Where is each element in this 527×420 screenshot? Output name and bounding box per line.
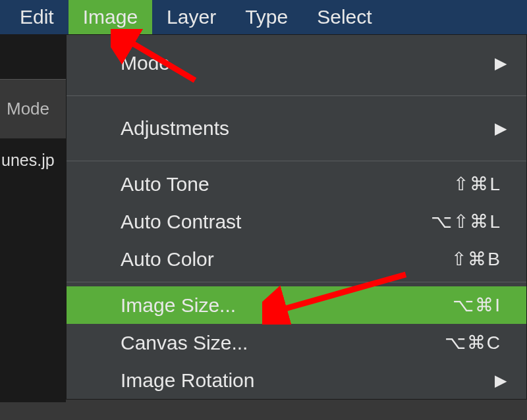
side-panel: Mode unes.jp: [0, 79, 66, 420]
dark-strip: [0, 34, 66, 79]
menu-item-auto-contrast-label: Auto Contrast: [121, 211, 431, 233]
submenu-arrow-icon: ▶: [495, 371, 507, 390]
menu-type-label: Type: [245, 6, 288, 28]
menubar: Edit Image Layer Type Select: [0, 0, 527, 34]
menu-item-canvas-size-shortcut: ⌥⌘C: [445, 332, 501, 354]
menu-item-mode[interactable]: Mode ▶: [67, 35, 526, 92]
menu-item-auto-color-shortcut: ⇧⌘B: [451, 248, 501, 270]
menu-item-auto-color[interactable]: Auto Color ⇧⌘B: [67, 240, 526, 278]
menu-item-auto-contrast[interactable]: Auto Contrast ⌥⇧⌘L: [67, 203, 526, 240]
menu-image-label: Image: [83, 6, 138, 28]
menu-item-adjustments[interactable]: Adjustments ▶: [67, 100, 526, 157]
submenu-arrow-icon: ▶: [495, 54, 507, 72]
menu-select[interactable]: Select: [302, 0, 386, 34]
document-tab-label: unes.jp: [1, 151, 55, 169]
menu-layer-label: Layer: [167, 6, 216, 28]
menu-separator: [67, 95, 526, 96]
menu-item-auto-contrast-shortcut: ⌥⇧⌘L: [431, 211, 501, 232]
menu-item-auto-color-label: Auto Color: [121, 248, 451, 271]
menu-item-image-size[interactable]: Image Size... ⌥⌘I: [67, 286, 526, 324]
menu-separator: [67, 161, 526, 161]
menu-separator: [67, 282, 526, 282]
menu-layer[interactable]: Layer: [152, 0, 231, 34]
menu-type[interactable]: Type: [231, 0, 302, 34]
document-tab[interactable]: unes.jp: [0, 139, 66, 402]
menu-item-auto-tone[interactable]: Auto Tone ⇧⌘L: [67, 165, 526, 203]
menu-item-image-size-label: Image Size...: [121, 294, 453, 317]
side-panel-mode-row[interactable]: Mode: [0, 80, 66, 139]
menu-item-auto-tone-label: Auto Tone: [121, 173, 453, 196]
menu-image[interactable]: Image: [69, 0, 152, 34]
menu-item-image-rotation[interactable]: Image Rotation ▶: [67, 361, 526, 399]
menu-edit-label: Edit: [20, 6, 54, 28]
menu-item-canvas-size-label: Canvas Size...: [121, 332, 445, 354]
menu-item-auto-tone-shortcut: ⇧⌘L: [453, 173, 501, 195]
image-menu-dropdown: Mode ▶ Adjustments ▶ Auto Tone ⇧⌘L Auto …: [66, 34, 527, 400]
menu-item-image-size-shortcut: ⌥⌘I: [453, 294, 501, 316]
side-panel-mode-label: Mode: [7, 99, 49, 119]
menu-item-adjustments-label: Adjustments: [121, 117, 501, 140]
menu-item-mode-label: Mode: [121, 52, 501, 74]
menu-edit[interactable]: Edit: [5, 0, 69, 34]
submenu-arrow-icon: ▶: [495, 119, 507, 138]
menu-item-canvas-size[interactable]: Canvas Size... ⌥⌘C: [67, 324, 526, 361]
menu-item-image-rotation-label: Image Rotation: [121, 369, 501, 392]
menu-select-label: Select: [317, 6, 372, 28]
